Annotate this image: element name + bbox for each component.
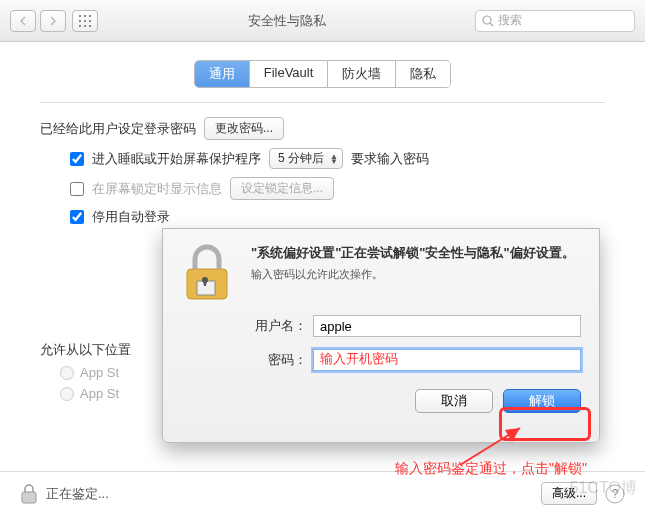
login-pwd-label: 已经给此用户设定登录密码 — [40, 120, 196, 138]
svg-rect-0 — [79, 15, 81, 17]
disable-auto-login-label: 停用自动登录 — [92, 208, 170, 226]
chevron-right-icon — [49, 16, 57, 26]
search-icon — [482, 15, 494, 27]
svg-rect-7 — [84, 25, 86, 27]
require-password-checkbox[interactable] — [70, 152, 84, 166]
svg-point-9 — [483, 16, 491, 24]
auth-sheet: "系统偏好设置"正在尝试解锁"安全性与隐私"偏好设置。 输入密码以允许此次操作。… — [162, 228, 600, 443]
svg-rect-4 — [84, 20, 86, 22]
tab-strip: 通用 FileVault 防火墙 隐私 — [0, 60, 645, 88]
radio-appstore-label: App St — [80, 365, 119, 380]
svg-line-10 — [490, 23, 493, 26]
tab-privacy[interactable]: 隐私 — [396, 61, 450, 87]
back-button[interactable] — [10, 10, 36, 32]
forward-button[interactable] — [40, 10, 66, 32]
svg-rect-11 — [22, 492, 36, 503]
tab-firewall[interactable]: 防火墙 — [328, 61, 396, 87]
radio-appstore-dev-label: App St — [80, 386, 119, 401]
username-label: 用户名： — [243, 317, 307, 335]
chevron-left-icon — [19, 16, 27, 26]
watermark-corner: 51CTO博 — [570, 478, 637, 499]
lock-message-checkbox[interactable] — [70, 182, 84, 196]
show-all-button[interactable] — [72, 10, 98, 32]
password-field[interactable]: 输入开机密码 — [313, 349, 581, 371]
require-password-label-1: 进入睡眠或开始屏幕保护程序 — [92, 150, 261, 168]
radio-appstore-dev — [60, 387, 74, 401]
disable-auto-login-checkbox[interactable] — [70, 210, 84, 224]
allow-apps-label: 允许从以下位置 — [40, 342, 131, 357]
radio-appstore — [60, 366, 74, 380]
search-placeholder: 搜索 — [498, 12, 522, 29]
svg-rect-8 — [89, 25, 91, 27]
sleep-delay-select[interactable]: 5 分钟后 ▲▼ — [269, 148, 343, 169]
svg-rect-2 — [89, 15, 91, 17]
sheet-message: "系统偏好设置"正在尝试解锁"安全性与隐私"偏好设置。 — [251, 243, 575, 263]
password-label: 密码： — [243, 351, 307, 369]
svg-rect-6 — [79, 25, 81, 27]
tab-general[interactable]: 通用 — [195, 61, 250, 87]
toolbar: 安全性与隐私 搜索 — [0, 0, 645, 42]
tab-filevault[interactable]: FileVault — [250, 61, 329, 87]
username-field[interactable] — [313, 315, 581, 337]
lock-message-label: 在屏幕锁定时显示信息 — [92, 180, 222, 198]
set-lock-message-button: 设定锁定信息... — [230, 177, 334, 200]
annotation-text: 输入密码鉴定通过，点击"解锁" — [395, 460, 587, 478]
grid-icon — [79, 15, 91, 27]
sheet-sub: 输入密码以允许此次操作。 — [251, 267, 575, 282]
lock-icon[interactable] — [20, 483, 38, 505]
svg-rect-5 — [89, 20, 91, 22]
search-input[interactable]: 搜索 — [475, 10, 635, 32]
require-password-label-2: 要求输入密码 — [351, 150, 429, 168]
window-title: 安全性与隐私 — [104, 12, 469, 30]
password-hint: 输入开机密码 — [320, 351, 398, 366]
big-lock-icon — [177, 243, 237, 303]
svg-rect-3 — [79, 20, 81, 22]
svg-rect-1 — [84, 15, 86, 17]
change-password-button[interactable]: 更改密码... — [204, 117, 284, 140]
select-chevron-icon: ▲▼ — [330, 154, 338, 164]
sleep-delay-value: 5 分钟后 — [278, 150, 324, 167]
unlock-button[interactable]: 解锁 — [503, 389, 581, 413]
authenticating-label: 正在鉴定... — [46, 485, 109, 503]
cancel-button[interactable]: 取消 — [415, 389, 493, 413]
